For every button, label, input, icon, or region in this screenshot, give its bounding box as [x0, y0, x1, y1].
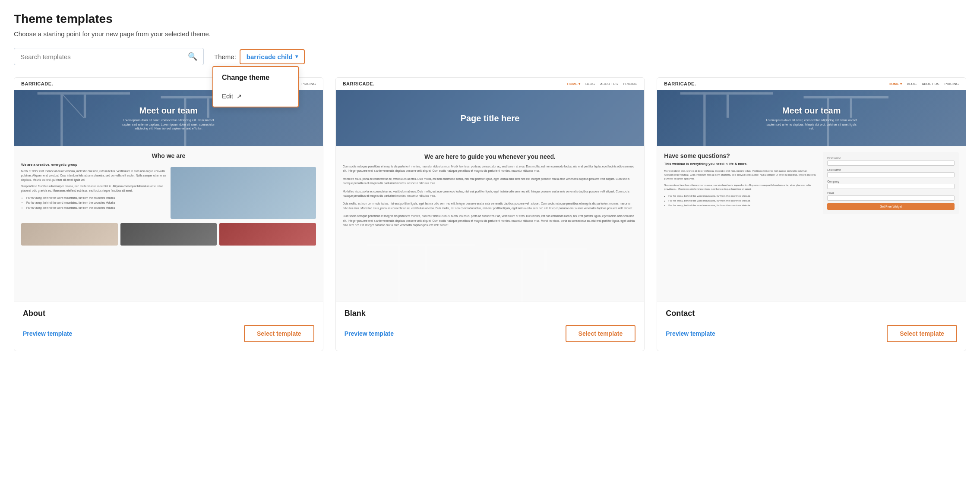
theme-selector: Theme: barricade child ▾	[214, 49, 305, 64]
template-actions-about: Preview template Select template	[23, 325, 314, 342]
svg-rect-11	[398, 244, 475, 246]
template-grid: BARRICADE. HOME ▾ BLOG ABOUT US PRICING	[14, 77, 966, 351]
mock-bullet-1: Far far away, behind the word mountains,…	[26, 195, 166, 201]
template-footer-blank: Blank Preview template Select template	[336, 302, 645, 351]
svg-line-4	[60, 92, 84, 118]
mock-form-field-email	[827, 195, 955, 201]
mock-form-label-company: Company	[827, 180, 955, 183]
mock-blank-section-title: We are here to guide you whenever you ne…	[343, 153, 638, 160]
page-title: Theme templates	[14, 12, 966, 26]
search-input[interactable]	[20, 53, 184, 60]
svg-rect-20	[727, 95, 729, 118]
mock-contact-left: Have some questions? This webinar is eve…	[664, 152, 817, 214]
mock-contact-bullet-1: Far far away, behind the word mountains,…	[668, 194, 817, 199]
mock-bullets: Far far away, behind the word mountains,…	[26, 195, 166, 211]
search-icon[interactable]: 🔍	[188, 52, 197, 61]
mock-bullet-3: Far far away, behind the word mountains,…	[26, 205, 166, 211]
mock-two-col: We are a creative, energetic group Morbi…	[21, 163, 316, 219]
mock-photo-b	[120, 223, 217, 246]
template-actions-blank: Preview template Select template	[345, 325, 636, 342]
svg-rect-9	[398, 244, 400, 302]
select-template-about-button[interactable]: Select template	[244, 325, 314, 342]
mock-text-1: Morbi et dolor erat. Donec at dolor vehi…	[21, 169, 166, 182]
svg-rect-0	[60, 92, 63, 146]
mock-form-field-company	[827, 184, 955, 189]
mock-body-contact: Have some questions? This webinar is eve…	[657, 146, 966, 220]
mock-contact-bullet-2: Far far away, behind the word mountains,…	[668, 199, 817, 203]
template-preview-about: BARRICADE. HOME ▾ BLOG ABOUT US PRICING	[14, 78, 323, 302]
svg-rect-3	[84, 95, 86, 118]
mock-contact-form: First Name Last Name Company Email Get F…	[823, 152, 959, 214]
mock-photo-c	[219, 223, 316, 246]
select-template-blank-button[interactable]: Select template	[566, 325, 636, 342]
mock-hero-text: Lorem ipsum dolor sit amet, consectetur …	[121, 118, 216, 131]
mock-blank-text-5: Cum sociis natoque penatibus et magnis d…	[343, 214, 638, 227]
svg-rect-10	[367, 244, 401, 246]
svg-rect-12	[424, 246, 427, 273]
mock-form-label-firstname: First Name	[827, 157, 955, 160]
mock-photo-1	[171, 167, 316, 219]
mock-hero-title: Meet our team	[139, 106, 198, 116]
template-name-about: About	[23, 309, 314, 318]
mock-photos	[171, 167, 316, 219]
mock-contact-bullets: Far far away, behind the word mountains,…	[668, 194, 817, 208]
preview-template-blank-button[interactable]: Preview template	[345, 330, 394, 337]
mock-form-label-lastname: Last Name	[827, 168, 955, 171]
mock-col-left: We are a creative, energetic group Morbi…	[21, 163, 166, 219]
template-actions-contact: Preview template Select template	[666, 325, 957, 342]
preview-template-contact-button[interactable]: Preview template	[666, 330, 715, 337]
mock-hero-blank: Page title here	[336, 90, 645, 146]
template-card-about: BARRICADE. HOME ▾ BLOG ABOUT US PRICING	[14, 77, 323, 351]
mock-text-2: Suspendisse faucibus ullamcorper massa, …	[21, 184, 166, 193]
mock-bullet-2: Far far away, behind the word mountains,…	[26, 200, 166, 205]
template-footer-about: About Preview template Select template	[14, 302, 323, 351]
mock-hero-contact: Meet our team Lorem ipsum dolor sit amet…	[657, 90, 966, 146]
search-wrapper: 🔍	[14, 48, 204, 65]
preview-template-about-button[interactable]: Preview template	[23, 330, 72, 337]
mock-contact-text-1: Morbi et dolor erat. Donec at dolor vehi…	[664, 169, 817, 181]
theme-value: barricade child	[247, 53, 293, 60]
mock-form-label-email: Email	[827, 192, 955, 195]
mock-photo-a	[21, 223, 118, 246]
theme-popup: Change theme Edit ↗︎	[212, 66, 299, 107]
template-name-blank: Blank	[345, 309, 636, 318]
mock-contact-text-2: Suspendisse faucibus ullamcorper massa, …	[664, 183, 817, 191]
mock-photos-row	[21, 223, 316, 246]
mock-body-blank: We are here to guide you whenever you ne…	[336, 146, 645, 238]
mock-nav-links-blank: HOME ▾ BLOG ABOUT US PRICING	[567, 82, 638, 86]
change-theme-item[interactable]: Change theme	[213, 69, 298, 87]
mock-body-about: Who we are We are a creative, energetic …	[14, 146, 323, 252]
svg-rect-15	[521, 248, 586, 250]
select-template-contact-button[interactable]: Select template	[887, 325, 957, 342]
template-preview-blank: BARRICADE. HOME ▾ BLOG ABOUT US PRICING	[336, 78, 645, 302]
mock-hero-title-contact: Meet our team	[782, 106, 841, 116]
svg-rect-2	[60, 92, 130, 95]
mock-nav-blank: BARRICADE. HOME ▾ BLOG ABOUT US PRICING	[336, 78, 645, 90]
svg-rect-24	[850, 98, 852, 118]
chevron-down-icon: ▾	[295, 54, 298, 60]
mock-form-field-lastname	[827, 172, 955, 177]
mock-nav-pricing-blank: PRICING	[623, 82, 637, 86]
edit-theme-item[interactable]: Edit ↗︎	[213, 87, 298, 105]
edit-label: Edit	[222, 92, 233, 100]
theme-dropdown-button[interactable]: barricade child ▾	[240, 49, 305, 64]
external-link-icon: ↗︎	[237, 93, 242, 100]
template-card-contact: BARRICADE. HOME ▾ BLOG ABOUT US PRICING	[657, 77, 966, 351]
mock-blank-text-3: Morbi leo risus, porta ac consectetur ac…	[343, 189, 638, 199]
mock-hero-text-contact: Lorem ipsum dolor sit amet, consectetur …	[764, 118, 859, 131]
svg-rect-13	[521, 248, 523, 302]
template-name-contact: Contact	[666, 309, 957, 318]
mock-blank-text-4: Duis mollis, est non commodo luctus, nis…	[343, 202, 638, 211]
mock-section-title: Who we are	[21, 152, 316, 159]
template-card-blank: BARRICADE. HOME ▾ BLOG ABOUT US PRICING	[335, 77, 645, 351]
mock-contact-bullet-3: Far far away, behind the word mountains,…	[668, 203, 817, 208]
theme-label: Theme:	[214, 53, 236, 60]
mock-form-submit: Get Free Widget	[827, 203, 955, 210]
toolbar: 🔍 Theme: barricade child ▾ Change theme …	[14, 48, 966, 65]
template-preview-contact: BARRICADE. HOME ▾ BLOG ABOUT US PRICING	[657, 78, 966, 302]
svg-rect-18	[680, 92, 708, 95]
page-subtitle: Choose a starting point for your new pag…	[14, 30, 966, 38]
mock-form-field-firstname	[827, 161, 955, 166]
mock-blank-text-2: Morbi leo risus, porta ac consectetur ac…	[343, 177, 638, 186]
mock-contact-subtitle: This webinar is everything you need in l…	[664, 162, 817, 166]
